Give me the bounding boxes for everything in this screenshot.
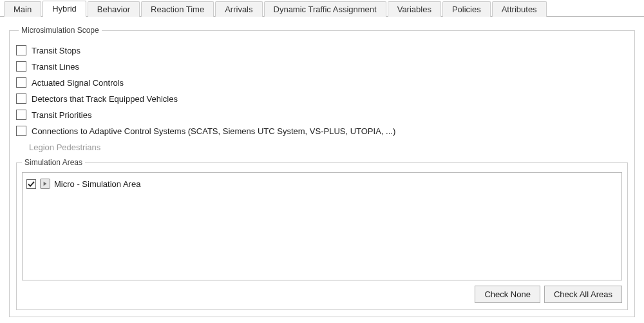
check-all-areas-button[interactable]: Check All Areas [544, 286, 622, 303]
area-icon [40, 179, 50, 189]
checkbox-area-micro[interactable] [26, 179, 36, 189]
checkbox-transit-lines[interactable] [16, 61, 26, 72]
checkbox-transit-stops[interactable] [16, 45, 26, 55]
tab-attributes[interactable]: Attributes [492, 1, 547, 17]
microsimulation-scope-legend: Microsimulation Scope [19, 26, 102, 35]
option-detectors-track-equipped[interactable]: Detectors that Track Equipped Vehicles [16, 92, 628, 106]
tab-bar: Main Hybrid Behavior Reaction Time Arriv… [0, 0, 644, 17]
label-legion-pedestrians: Legion Pedestrians [29, 142, 100, 152]
option-legion-pedestrians: Legion Pedestrians [16, 140, 628, 154]
option-transit-priorities[interactable]: Transit Priorities [16, 108, 628, 122]
option-actuated-signal-controls[interactable]: Actuated Signal Controls [16, 75, 628, 90]
label-transit-lines: Transit Lines [32, 62, 79, 72]
checkbox-detectors-track-equipped[interactable] [16, 93, 26, 104]
check-none-button[interactable]: Check None [475, 286, 540, 303]
microsimulation-scope-group: Microsimulation Scope Transit Stops Tran… [9, 26, 635, 317]
simulation-areas-buttons: Check None Check All Areas [22, 286, 622, 303]
tab-arrivals[interactable]: Arrivals [215, 1, 262, 17]
label-adaptive-control-connections: Connections to Adaptive Control Systems … [32, 126, 395, 136]
label-transit-priorities: Transit Priorities [32, 110, 91, 120]
label-area-micro: Micro - Simulation Area [54, 179, 140, 189]
tab-content: Microsimulation Scope Transit Stops Tran… [0, 17, 644, 323]
checkbox-transit-priorities[interactable] [16, 110, 26, 120]
checkbox-actuated-signal-controls[interactable] [16, 77, 26, 88]
tab-main[interactable]: Main [4, 1, 41, 17]
simulation-areas-legend: Simulation Areas [22, 158, 85, 167]
simulation-areas-group: Simulation Areas Micro - Simulation Area… [16, 158, 628, 310]
checkbox-adaptive-control-connections[interactable] [16, 126, 26, 136]
option-adaptive-control-connections[interactable]: Connections to Adaptive Control Systems … [16, 124, 628, 138]
simulation-areas-list[interactable]: Micro - Simulation Area [22, 172, 622, 280]
tab-reaction-time[interactable]: Reaction Time [141, 1, 214, 17]
label-detectors-track-equipped: Detectors that Track Equipped Vehicles [32, 94, 178, 104]
tab-behavior[interactable]: Behavior [88, 1, 140, 17]
label-transit-stops: Transit Stops [32, 46, 80, 55]
list-item[interactable]: Micro - Simulation Area [26, 177, 618, 191]
option-transit-stops[interactable]: Transit Stops [16, 43, 628, 57]
label-actuated-signal-controls: Actuated Signal Controls [32, 78, 124, 88]
option-transit-lines[interactable]: Transit Lines [16, 59, 628, 73]
tab-hybrid[interactable]: Hybrid [43, 1, 86, 17]
tab-variables[interactable]: Variables [388, 1, 441, 17]
tab-dynamic-traffic-assignment[interactable]: Dynamic Traffic Assignment [264, 1, 386, 17]
tab-policies[interactable]: Policies [442, 1, 491, 17]
